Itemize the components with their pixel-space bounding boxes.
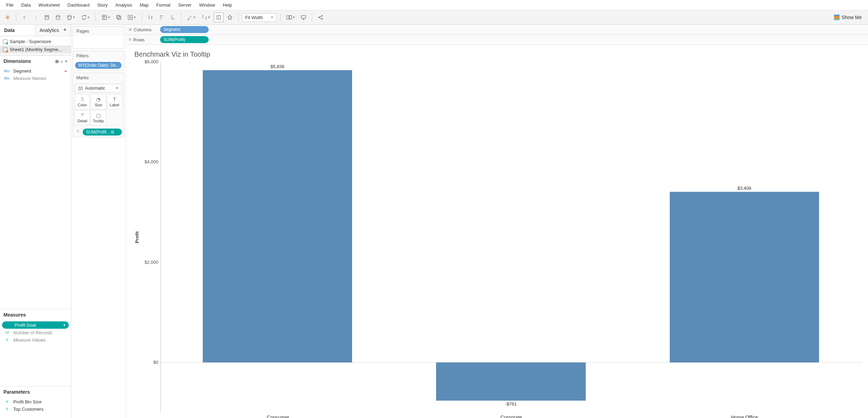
bar-corporate[interactable] — [436, 362, 585, 401]
mark-label-button[interactable]: TLabel — [107, 94, 122, 109]
new-worksheet-button[interactable]: ▼ — [99, 13, 112, 22]
duplicate-button[interactable] — [114, 13, 124, 22]
field-profit-goal[interactable]: #Profit Goal▼ — [2, 321, 69, 329]
plot-area[interactable]: $5,836-$761$3,408 — [160, 62, 861, 412]
data-panel: Data Analytics◆ Sample - Superstore Shee… — [0, 25, 71, 418]
field-segment[interactable]: AbcSegment⚭ — [0, 67, 71, 75]
menu-worksheet[interactable]: Worksheet — [35, 1, 63, 9]
bar-slot: $5,836 — [161, 62, 394, 412]
y-tick: $4,000 — [144, 159, 158, 164]
svg-rect-0 — [45, 16, 49, 19]
toolbar: ▼ ▼ ▼ ▼ ▼ ▼ T Fit Width▼ ▼ Show Me — [0, 10, 868, 25]
datasource-icon — [3, 39, 8, 44]
cards-column: Pages Filters MY(Order Date): De.. Marks… — [71, 25, 126, 418]
viz-title[interactable]: Benchmark Viz in Tooltip — [134, 50, 861, 58]
svg-point-2 — [67, 15, 71, 17]
tableau-logo-icon[interactable] — [3, 13, 12, 22]
clear-button[interactable]: ▼ — [125, 13, 138, 22]
data-tab[interactable]: Data — [0, 25, 35, 36]
sort-desc-button[interactable] — [168, 13, 177, 22]
pages-card[interactable]: Pages — [73, 26, 124, 49]
menu-help[interactable]: Help — [219, 1, 236, 9]
x-label: Consumer — [161, 412, 395, 418]
undo-button[interactable] — [20, 13, 30, 22]
mark-size-button[interactable]: ◔Size — [91, 94, 106, 109]
y-tick: $6,000 — [144, 59, 158, 64]
menu-analysis[interactable]: Analysis — [112, 1, 135, 9]
menu-data[interactable]: Data — [18, 1, 34, 9]
size-icon: ◔ — [92, 97, 105, 102]
swap-button[interactable] — [145, 13, 155, 22]
highlight-button[interactable]: ▼ — [185, 13, 198, 22]
fit-dropdown[interactable]: Fit Width▼ — [242, 13, 277, 22]
bar-consumer[interactable] — [203, 70, 352, 362]
redo-button[interactable] — [31, 13, 41, 22]
marks-card: Marks ▯▯Automatic▼ ⠿Color ◔Size TLabel ⠛… — [73, 73, 124, 137]
menu-map[interactable]: Map — [136, 1, 152, 9]
svg-point-1 — [56, 15, 60, 17]
field-measure-values[interactable]: #Measure Values — [0, 336, 71, 344]
filters-card[interactable]: Filters MY(Order Date): De.. — [73, 51, 124, 71]
y-tick: $0 — [153, 360, 158, 365]
datasource-sample-superstore[interactable]: Sample - Superstore — [0, 38, 71, 46]
menu-format[interactable]: Format — [153, 1, 174, 9]
mark-detail-button[interactable]: ⠛Detail — [75, 110, 90, 125]
columns-pill-segment[interactable]: Segment — [160, 26, 209, 33]
menu-icon[interactable]: ▾ — [65, 59, 67, 64]
color-icon: ⠿ — [76, 97, 89, 102]
group-button[interactable]: ▼ — [199, 13, 212, 22]
menu-dashboard[interactable]: Dashboard — [64, 1, 93, 9]
columns-shelf[interactable]: iiiColumns Segment — [126, 25, 868, 35]
view-data-icon[interactable]: ▦ — [55, 59, 59, 64]
datasource-sheet1[interactable]: Sheet1 (Monthly Segme... — [0, 46, 71, 54]
y-axis-ticks: $6,000$4,000$2,000$0 — [141, 62, 160, 412]
bar-home-office[interactable] — [670, 192, 819, 362]
rows-icon: ≡ — [129, 37, 131, 42]
svg-text:T: T — [218, 16, 219, 19]
detail-icon: ⠛ — [76, 113, 89, 118]
mark-color-button[interactable]: ⠿Color — [75, 94, 90, 109]
x-label: Corporate — [395, 412, 628, 418]
datasource-icon — [3, 47, 8, 52]
pause-updates-button[interactable]: ▼ — [64, 13, 77, 22]
menu-file[interactable]: File — [3, 1, 17, 9]
y-axis-label[interactable]: Profit — [133, 231, 141, 243]
mark-type-dropdown[interactable]: ▯▯Automatic▼ — [75, 84, 122, 92]
menu-window[interactable]: Window — [195, 1, 218, 9]
find-icon[interactable]: ⌕ — [61, 59, 63, 64]
filter-pill-order-date[interactable]: MY(Order Date): De.. — [75, 62, 122, 69]
y-tick: $2,000 — [144, 260, 158, 265]
chevron-down-icon: ▼ — [63, 323, 66, 327]
analytics-tab[interactable]: Analytics◆ — [35, 25, 71, 36]
field-measure-names[interactable]: AbcMeasure Names — [0, 75, 71, 82]
field-number-of-records[interactable]: =#Number of Records — [0, 329, 71, 336]
rows-pill-sum-profit[interactable]: SUM(Profit) — [160, 36, 209, 43]
show-cards-button[interactable]: ▼ — [284, 13, 297, 22]
show-me-button[interactable]: Show Me — [831, 13, 865, 22]
field-top-customers[interactable]: #Top Customers — [0, 405, 71, 413]
mark-pill-sum-profit[interactable]: SUM(Profit .. ⧉ — [83, 129, 122, 136]
x-axis-labels: ConsumerCorporateHome Office — [161, 412, 861, 418]
share-button[interactable] — [316, 13, 325, 22]
field-profit-bin-size[interactable]: #Profit Bin Size — [0, 398, 71, 405]
sort-asc-button[interactable] — [157, 13, 166, 22]
labels-button[interactable]: T — [214, 13, 224, 22]
bar-icon: ▯▯ — [78, 85, 83, 91]
rows-shelf[interactable]: ≡Rows SUM(Profit) — [126, 35, 868, 45]
bar-slot: -$761 — [394, 62, 627, 412]
presentation-button[interactable] — [299, 13, 308, 22]
svg-point-14 — [322, 18, 323, 19]
menu-server[interactable]: Server — [175, 1, 195, 9]
mark-tooltip-button[interactable]: ▢Tooltip — [91, 110, 106, 125]
save-button[interactable] — [42, 13, 52, 22]
refresh-button[interactable]: ▼ — [79, 13, 92, 22]
menu-story[interactable]: Story — [94, 1, 111, 9]
menu-bar: File Data Worksheet Dashboard Story Anal… — [0, 0, 868, 10]
parameters-header: Parameters — [0, 386, 71, 397]
new-datasource-button[interactable] — [53, 13, 63, 22]
pin-button[interactable] — [225, 13, 235, 22]
svg-point-12 — [318, 17, 319, 18]
x-label: Home Office — [628, 412, 861, 418]
chart: Profit $6,000$4,000$2,000$0 $5,836-$761$… — [133, 62, 861, 412]
bar-label: $5,836 — [161, 64, 394, 69]
